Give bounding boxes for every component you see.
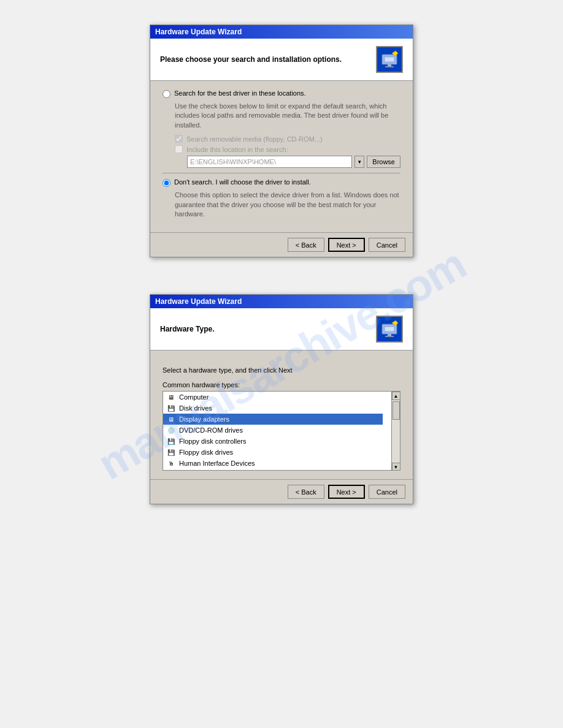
- scrollbar-track: [392, 400, 400, 463]
- item-label: Display adapters: [179, 415, 229, 423]
- dialog1-header: Please choose your search and installati…: [150, 39, 413, 81]
- dialog2-buttons: < Back Next > Cancel: [150, 479, 413, 504]
- wizard-icon-1: [376, 46, 403, 73]
- svg-rect-2: [388, 64, 391, 66]
- item-label: Human Interface Devices: [179, 460, 255, 467]
- dont-search-radio[interactable]: [163, 179, 170, 187]
- location-dropdown[interactable]: ▼: [354, 156, 364, 168]
- list-scroll-wrapper: 🖥 Computer 💾 Disk drives 🖥 Display adapt…: [163, 392, 400, 471]
- location-row: ▼ Browse: [187, 156, 400, 168]
- scroll-down-button[interactable]: ▼: [392, 463, 400, 471]
- floppy-ctrl-icon: 💾: [167, 437, 175, 446]
- item-label: Computer: [179, 393, 209, 401]
- svg-rect-6: [388, 334, 391, 336]
- svg-rect-7: [385, 336, 394, 337]
- dialog1-body: Search for the best driver in these loca…: [150, 81, 413, 232]
- disk-drives-icon: 💾: [167, 404, 175, 412]
- removable-media-checkbox[interactable]: [175, 135, 183, 143]
- search-option-desc: Use the check boxes below to limit or ex…: [175, 102, 400, 130]
- dialog2-next-button[interactable]: Next >: [328, 485, 365, 499]
- dialog2: Hardware Update Wizard Hardware Type. Se…: [150, 294, 413, 504]
- dialog2-title: Hardware Update Wizard: [155, 297, 242, 306]
- item-label: DVD/CD-ROM drives: [179, 427, 243, 434]
- dont-search-label[interactable]: Don't search. I will choose the driver t…: [174, 178, 311, 186]
- search-option: Search for the best driver in these loca…: [163, 89, 400, 98]
- dvd-icon: 💿: [167, 426, 175, 434]
- item-label: Floppy disk drives: [179, 449, 233, 456]
- svg-rect-1: [385, 57, 394, 62]
- list-item[interactable]: 🖥 Computer: [163, 392, 383, 403]
- list-item[interactable]: 🔧 IDE ATA/ATAPI controllers: [163, 469, 383, 471]
- wizard-icon-2: [376, 316, 403, 343]
- sub-options-area: Search removable media (floppy, CD-ROM..…: [175, 135, 400, 168]
- location-input[interactable]: [187, 156, 352, 168]
- common-hw-label: Common hardware types:: [163, 381, 400, 389]
- dialog2-body: Select a hardware type, and then click N…: [150, 351, 413, 479]
- include-location-checkbox[interactable]: [175, 145, 183, 153]
- dialog1-content: Please choose your search and installati…: [150, 39, 413, 257]
- browse-button[interactable]: Browse: [367, 156, 400, 168]
- include-location-option: Include this location in the search:: [175, 145, 400, 153]
- dialog2-back-button[interactable]: < Back: [288, 485, 324, 499]
- scroll-up-button[interactable]: ▲: [392, 392, 400, 400]
- removable-media-option: Search removable media (floppy, CD-ROM..…: [175, 135, 400, 143]
- dialog2-header: Hardware Type.: [150, 308, 413, 351]
- removable-media-label: Search removable media (floppy, CD-ROM..…: [186, 135, 323, 143]
- divider: [163, 173, 400, 173]
- list-item[interactable]: 🖱 Human Interface Devices: [163, 458, 383, 469]
- dialog2-title-area: Hardware Update Wizard: [155, 297, 242, 306]
- include-location-label: Include this location in the search:: [186, 146, 288, 153]
- dialog1-cancel-button[interactable]: Cancel: [369, 238, 405, 252]
- hardware-wizard-icon: [380, 50, 399, 69]
- dialog1-buttons: < Back Next > Cancel: [150, 232, 413, 257]
- list-item[interactable]: 💿 DVD/CD-ROM drives: [163, 425, 383, 436]
- dialog1-title: Hardware Update Wizard: [155, 28, 242, 36]
- dialog1-header-text: Please choose your search and installati…: [160, 55, 376, 64]
- search-radio[interactable]: [163, 90, 170, 98]
- hardware-wizard-icon-2: [380, 319, 399, 339]
- dialog2-titlebar: Hardware Update Wizard: [150, 295, 413, 308]
- list-item[interactable]: 💾 Floppy disk controllers: [163, 436, 383, 447]
- display-adapters-icon: 🖥: [167, 415, 175, 423]
- dialog1-back-button[interactable]: < Back: [288, 238, 324, 252]
- dialog1-titlebar: Hardware Update Wizard: [150, 25, 413, 39]
- ide-icon: 🔧: [167, 470, 175, 471]
- dialog2-header-text: Hardware Type.: [160, 325, 376, 333]
- list-item[interactable]: 💾 Floppy disk drives: [163, 447, 383, 458]
- scrollbar-thumb[interactable]: [393, 401, 400, 420]
- item-label: Disk drives: [179, 404, 212, 412]
- dialog2-content: Hardware Type. Select a hardware type, a…: [150, 308, 413, 504]
- dont-search-option: Don't search. I will choose the driver t…: [163, 178, 400, 187]
- svg-rect-3: [385, 66, 394, 67]
- search-option-label[interactable]: Search for the best driver in these loca…: [174, 89, 306, 97]
- list-item[interactable]: 💾 Disk drives: [163, 403, 383, 414]
- dialog1: Hardware Update Wizard Please choose you…: [150, 25, 413, 257]
- list-content: 🖥 Computer 💾 Disk drives 🖥 Display adapt…: [163, 392, 391, 471]
- hw-type-list: 🖥 Computer 💾 Disk drives 🖥 Display adapt…: [163, 392, 383, 471]
- dialog2-cancel-button[interactable]: Cancel: [369, 485, 405, 499]
- floppy-drives-icon: 💾: [167, 448, 175, 457]
- svg-rect-5: [385, 327, 394, 332]
- list-item-selected[interactable]: 🖥 Display adapters: [163, 414, 383, 425]
- hw-list-container: 🖥 Computer 💾 Disk drives 🖥 Display adapt…: [163, 391, 400, 471]
- dialog1-title-area: Hardware Update Wizard: [155, 28, 242, 36]
- computer-icon: 🖥: [167, 393, 175, 401]
- item-label: Floppy disk controllers: [179, 438, 246, 445]
- instruction-text: Select a hardware type, and then click N…: [163, 364, 400, 376]
- list-scrollbar: ▲ ▼: [391, 392, 400, 471]
- dialog1-next-button[interactable]: Next >: [328, 238, 365, 252]
- hid-icon: 🖱: [167, 459, 175, 468]
- dont-search-desc: Choose this option to select the device …: [175, 191, 400, 219]
